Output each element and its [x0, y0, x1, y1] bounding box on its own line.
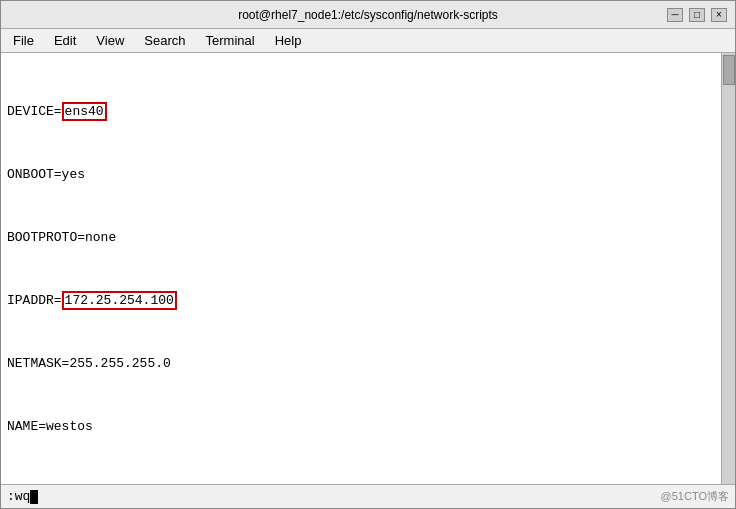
menu-file[interactable]: File — [5, 31, 42, 50]
menu-edit[interactable]: Edit — [46, 31, 84, 50]
editor-area[interactable]: DEVICE=ens40 ONBOOT=yes BOOTPROTO=none I… — [1, 53, 735, 484]
menu-bar: File Edit View Search Terminal Help — [1, 29, 735, 53]
menu-view[interactable]: View — [88, 31, 132, 50]
command-text: :wq — [7, 489, 30, 504]
menu-help[interactable]: Help — [267, 31, 310, 50]
line-3-text: BOOTPROTO=none — [7, 230, 116, 245]
command-display: :wq — [7, 489, 38, 504]
line-5-text: NETMASK=255.255.255.0 — [7, 356, 171, 371]
main-window: root@rhel7_node1:/etc/sysconfig/network-… — [0, 0, 736, 509]
minimize-button[interactable]: ─ — [667, 8, 683, 22]
menu-terminal[interactable]: Terminal — [198, 31, 263, 50]
line-4-prefix: IPADDR= — [7, 293, 62, 308]
window-controls: ─ □ × — [667, 8, 727, 22]
window-title: root@rhel7_node1:/etc/sysconfig/network-… — [69, 8, 667, 22]
close-button[interactable]: × — [711, 8, 727, 22]
line-4-highlight: 172.25.254.100 — [62, 291, 177, 310]
line-1-prefix: DEVICE= — [7, 104, 62, 119]
cursor — [30, 490, 38, 504]
tilde-1: ~ — [7, 480, 715, 484]
status-bar: :wq @51CTO博客 — [1, 484, 735, 508]
line-3: BOOTPROTO=none — [7, 228, 715, 246]
watermark-text: @51CTO博客 — [661, 489, 729, 504]
editor-content[interactable]: DEVICE=ens40 ONBOOT=yes BOOTPROTO=none I… — [1, 53, 721, 484]
line-5: NETMASK=255.255.255.0 — [7, 354, 715, 372]
line-2: ONBOOT=yes — [7, 165, 715, 183]
line-1-highlight: ens40 — [62, 102, 107, 121]
line-6-text: NAME=westos — [7, 419, 93, 434]
line-6: NAME=westos — [7, 417, 715, 435]
title-bar: root@rhel7_node1:/etc/sysconfig/network-… — [1, 1, 735, 29]
line-1: DEVICE=ens40 — [7, 102, 715, 120]
scroll-thumb[interactable] — [723, 55, 735, 85]
maximize-button[interactable]: □ — [689, 8, 705, 22]
line-4: IPADDR=172.25.254.100 — [7, 291, 715, 309]
scrollbar[interactable] — [721, 53, 735, 484]
line-2-text: ONBOOT=yes — [7, 167, 85, 182]
menu-search[interactable]: Search — [136, 31, 193, 50]
